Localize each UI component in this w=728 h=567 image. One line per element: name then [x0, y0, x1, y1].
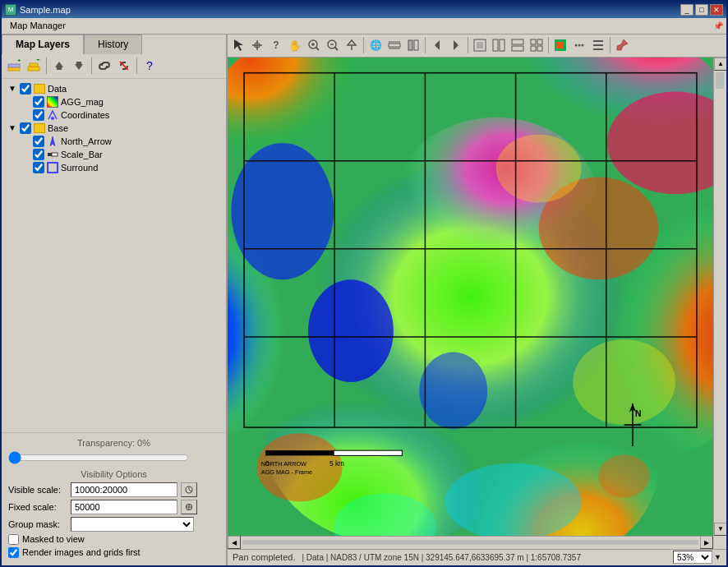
- visible-scale-btn[interactable]: [181, 482, 197, 497]
- layer-view1-button[interactable]: [385, 36, 403, 54]
- map-sep-5: [610, 37, 611, 53]
- svg-rect-49: [537, 46, 542, 51]
- visible-scale-input[interactable]: [71, 482, 177, 497]
- checkbox-agg-mag[interactable]: [33, 96, 44, 108]
- map-toolbar: ? ✋ 🌐: [228, 35, 726, 58]
- tab-history[interactable]: History: [84, 35, 142, 54]
- render-images-checkbox[interactable]: [8, 547, 19, 558]
- visible-scale-row: Visible scale:: [8, 482, 219, 497]
- title-bar: M Sample.map _ □ ✕: [2, 2, 726, 18]
- svg-rect-37: [414, 40, 418, 50]
- layer-coordinates-label: Coordinates: [61, 110, 109, 120]
- vector-icon-surround: [47, 162, 58, 173]
- zoom-in-button[interactable]: [305, 36, 323, 54]
- pan-tool-button[interactable]: ✋: [286, 36, 304, 54]
- map-scrollbar-h[interactable]: ◀ ▶: [228, 536, 713, 549]
- svg-text:5 km: 5 km: [329, 459, 344, 468]
- globe-button[interactable]: 🌐: [366, 36, 385, 54]
- group-mask-select[interactable]: [71, 517, 194, 532]
- render-images-row: Render images and grids first: [8, 547, 219, 558]
- map-area[interactable]: N 0 5 km NORTH ARROW AGG MAG - Frame: [228, 58, 726, 549]
- minimize-button[interactable]: _: [680, 4, 693, 16]
- scroll-up-arrow[interactable]: ▲: [714, 58, 726, 71]
- color-button[interactable]: [551, 36, 569, 54]
- left-panel: Map Layers History + +: [2, 35, 228, 565]
- scroll-right-arrow[interactable]: ▶: [700, 536, 713, 549]
- svg-rect-91: [334, 450, 402, 455]
- select-tool-button[interactable]: [229, 36, 247, 54]
- pin-button[interactable]: [613, 36, 631, 54]
- svg-point-77: [496, 134, 582, 202]
- identify-button[interactable]: [343, 36, 361, 54]
- scroll-left-arrow[interactable]: ◀: [228, 536, 241, 549]
- link-button[interactable]: [95, 57, 113, 75]
- svg-marker-39: [454, 40, 458, 50]
- svg-rect-51: [557, 42, 564, 48]
- checkbox-north-arrow[interactable]: [33, 136, 44, 147]
- info-tool-button[interactable]: ?: [267, 36, 285, 54]
- checkbox-scale-bar[interactable]: [33, 149, 44, 160]
- masked-to-view-checkbox[interactable]: [8, 534, 19, 545]
- app-icon: M: [5, 4, 16, 16]
- expand-data-icon[interactable]: ▼: [8, 84, 20, 93]
- svg-rect-33: [389, 44, 400, 47]
- back-button[interactable]: [428, 36, 446, 54]
- status-coords: | Data | NAD83 / UTM zone 15N | 329145.6…: [302, 553, 581, 562]
- group-mask-row: Group mask:: [8, 517, 219, 532]
- map-scrollbar-v[interactable]: ▲ ▼: [713, 58, 726, 536]
- more-btn-2[interactable]: [589, 36, 607, 54]
- checkbox-data[interactable]: [20, 83, 31, 94]
- maximize-button[interactable]: □: [695, 4, 708, 16]
- transparency-slider[interactable]: [8, 451, 189, 464]
- checkbox-base[interactable]: [20, 122, 31, 134]
- svg-marker-31: [348, 40, 356, 45]
- tab-map-layers[interactable]: Map Layers: [2, 35, 84, 54]
- more-btn-1[interactable]: [570, 36, 588, 54]
- panel-pin-icon[interactable]: 📌: [713, 21, 723, 30]
- zoom-dropdown-icon[interactable]: ▼: [714, 553, 721, 561]
- svg-rect-56: [593, 44, 603, 46]
- tree-item-agg-mag[interactable]: AGG_mag: [5, 95, 223, 108]
- unlink-button[interactable]: [115, 57, 133, 75]
- svg-point-11: [51, 117, 54, 120]
- view-btn-4[interactable]: [528, 36, 546, 54]
- select2-tool-button[interactable]: [248, 36, 266, 54]
- view-btn-1[interactable]: [471, 36, 489, 54]
- view-btn-3[interactable]: [509, 36, 527, 54]
- bottom-options: Transparency: 0% Visibility Options Visi…: [2, 432, 226, 565]
- fixed-scale-label: Fixed scale:: [8, 502, 67, 512]
- view-btn-2[interactable]: [490, 36, 508, 54]
- forward-button[interactable]: [447, 36, 465, 54]
- menu-map-manager[interactable]: Map Manager: [5, 21, 71, 30]
- svg-point-67: [231, 143, 334, 279]
- fixed-scale-input[interactable]: [71, 500, 177, 514]
- svg-point-73: [598, 454, 649, 497]
- title-bar-left: M Sample.map: [5, 4, 71, 16]
- map-sep-2: [425, 37, 426, 53]
- tree-group-base[interactable]: ▼ Base: [5, 122, 223, 135]
- zoom-select[interactable]: 25% 50% 53% 75% 100%: [673, 551, 712, 564]
- add-group-button[interactable]: +: [25, 57, 43, 75]
- checkbox-coordinates[interactable]: [33, 109, 44, 121]
- add-layer-button[interactable]: +: [5, 57, 23, 75]
- close-button[interactable]: ✕: [710, 4, 723, 16]
- move-up-button[interactable]: [50, 57, 68, 75]
- transparency-label: Transparency: 0%: [8, 438, 219, 448]
- layer-view2-button[interactable]: [404, 36, 422, 54]
- tree-group-data[interactable]: ▼ Data: [5, 82, 223, 95]
- tree-item-surround[interactable]: Surround: [5, 161, 223, 174]
- tree-item-coordinates[interactable]: Coordinates: [5, 108, 223, 122]
- expand-base-icon[interactable]: ▼: [8, 123, 20, 132]
- tree-item-scale-bar[interactable]: Scale_Bar: [5, 148, 223, 161]
- tree-item-north-arrow[interactable]: North_Arrow: [5, 135, 223, 148]
- zoom-out-button[interactable]: [324, 36, 342, 54]
- fixed-scale-btn[interactable]: [181, 500, 197, 514]
- render-images-label: Render images and grids first: [22, 547, 141, 557]
- move-down-button[interactable]: [70, 57, 88, 75]
- checkbox-surround[interactable]: [33, 162, 44, 173]
- svg-marker-12: [50, 136, 55, 146]
- svg-rect-1: [8, 64, 20, 67]
- help-button[interactable]: ?: [141, 57, 159, 75]
- scroll-down-arrow[interactable]: ▼: [714, 523, 726, 536]
- map-sep-4: [548, 37, 549, 53]
